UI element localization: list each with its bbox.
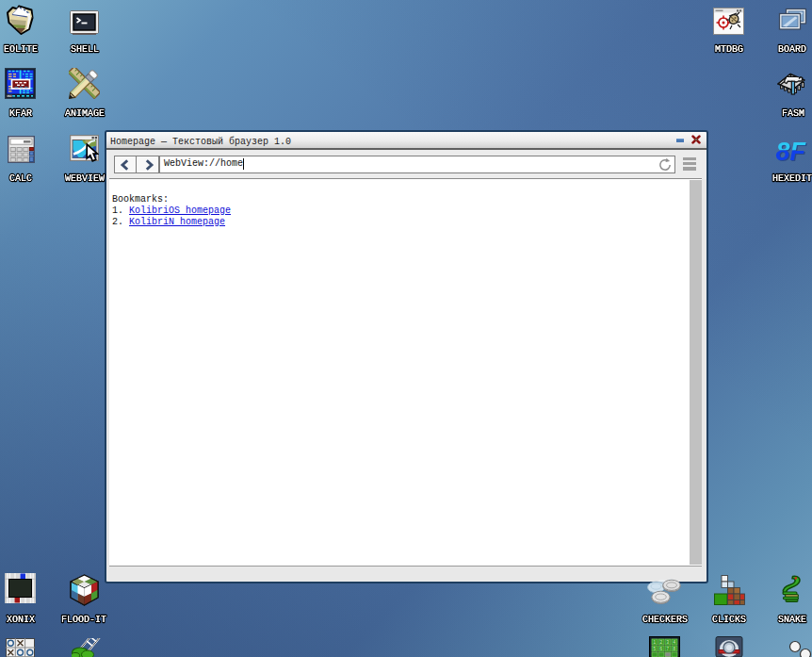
svg-text:BOARD: BOARD [778,44,806,55]
svg-text:CHECKERS: CHECKERS [642,615,688,625]
svg-text:ANIMAGE: ANIMAGE [64,108,104,119]
svg-text:MTDBG: MTDBG [714,44,742,55]
svg-text:HEXEDIT: HEXEDIT [772,173,812,184]
svg-text:KFA: KFA [8,94,14,98]
svg-text:FLOOD-IT: FLOOD-IT [61,615,106,625]
svg-text:EOLITE: EOLITE [3,44,37,55]
svg-text:CALC: CALC [8,173,31,184]
svg-text:XONIX: XONIX [6,615,34,625]
svg-text:WEBVIEW: WEBVIEW [64,173,104,184]
svg-text:SNAKE: SNAKE [778,615,806,625]
svg-text:KFAR: KFAR [8,108,31,119]
svg-text:FASM: FASM [781,108,804,119]
svg-text:SHELL: SHELL [70,44,98,55]
svg-text:CLICKS: CLICKS [712,615,746,625]
